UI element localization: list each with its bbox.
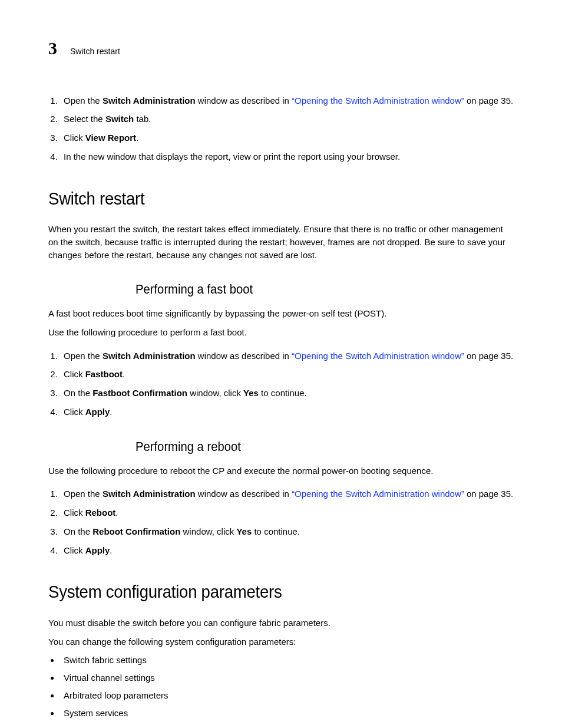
bold: Switch Administration — [103, 351, 196, 361]
step-3: Click View Report. — [60, 131, 514, 144]
running-title: Switch restart — [70, 45, 120, 57]
text: Click — [64, 508, 85, 518]
bold: Apply — [85, 407, 110, 417]
step-1: Open the Switch Administration window as… — [60, 487, 514, 500]
bold: Reboot — [85, 508, 116, 518]
paragraph: A fast boot reduces boot time significan… — [48, 307, 514, 320]
step-3: On the Reboot Confirmation window, click… — [60, 525, 514, 538]
heading-fast-boot: Performing a fast boot — [135, 280, 484, 299]
text: window as described in — [196, 351, 292, 361]
text: . — [136, 133, 138, 143]
text: on page 35. — [464, 95, 513, 106]
text: On the — [64, 526, 92, 536]
xref-link[interactable]: “Opening the Switch Administration windo… — [292, 351, 464, 361]
text: Open the — [64, 489, 103, 499]
bullet-2: Virtual channel settings — [60, 671, 514, 684]
xref-link[interactable]: “Opening the Switch Administration windo… — [292, 95, 464, 106]
text: window, click — [187, 388, 243, 398]
bold: Reboot Confirmation — [92, 526, 180, 536]
step-2: Click Reboot. — [60, 506, 514, 519]
heading-sysconfig: System configuration parameters — [48, 579, 477, 605]
bold: Switch Administration — [103, 489, 196, 499]
bullet-4: System services — [60, 707, 514, 720]
bold: Fastboot — [85, 369, 123, 379]
text: On the — [64, 388, 92, 398]
reboot-steps: Open the Switch Administration window as… — [48, 487, 514, 556]
text: Select the — [64, 114, 105, 124]
paragraph: Use the following procedure to reboot th… — [48, 465, 514, 477]
step-1: Open the Switch Administration window as… — [60, 94, 514, 107]
step-4: Click Apply. — [60, 544, 514, 557]
heading-switch-restart: Switch restart — [48, 186, 477, 212]
text: tab. — [134, 114, 151, 124]
text: Click — [64, 369, 85, 379]
text: window as described in — [196, 489, 292, 499]
text: . — [115, 508, 118, 518]
step-1: Open the Switch Administration window as… — [60, 350, 514, 363]
bold: Switch Administration — [103, 95, 196, 106]
intro-steps: Open the Switch Administration window as… — [48, 94, 514, 163]
bold: Yes — [236, 526, 252, 536]
text: Click — [64, 545, 85, 555]
text: on page 35. — [464, 489, 513, 499]
bullet-3: Arbitrated loop parameters — [60, 689, 514, 702]
text: to continue. — [252, 526, 300, 536]
bold: Switch — [105, 114, 134, 124]
bold: View Report — [85, 133, 136, 143]
text: Open the — [64, 95, 103, 106]
running-header: 3 Switch restart — [48, 35, 514, 61]
text: window as described in — [196, 95, 292, 106]
bold: Yes — [243, 388, 259, 398]
page: 3 Switch restart Open the Switch Adminis… — [0, 0, 562, 728]
heading-reboot: Performing a reboot — [135, 437, 484, 456]
step-2: Select the Switch tab. — [60, 113, 514, 126]
chapter-number: 3 — [48, 35, 57, 61]
text: Click — [64, 407, 85, 417]
xref-link[interactable]: “Opening the Switch Administration windo… — [292, 489, 464, 499]
text: Open the — [64, 351, 103, 361]
step-3: On the Fastboot Confirmation window, cli… — [60, 387, 514, 400]
step-4: Click Apply. — [60, 406, 514, 419]
paragraph: When you restart the switch, the restart… — [48, 223, 514, 261]
text: . — [110, 545, 112, 555]
text: In the new window that displays the repo… — [64, 151, 400, 162]
text: to continue. — [259, 388, 307, 398]
text: on page 35. — [464, 351, 513, 361]
bold: Fastboot Confirmation — [92, 388, 187, 398]
step-4: In the new window that displays the repo… — [60, 150, 514, 163]
fastboot-steps: Open the Switch Administration window as… — [48, 350, 514, 419]
text: window, click — [180, 526, 236, 536]
text: Click — [64, 133, 85, 143]
text: . — [110, 407, 112, 417]
paragraph: You can change the following system conf… — [48, 635, 514, 648]
paragraph: Use the following procedure to perform a… — [48, 326, 514, 339]
sysconfig-bullets: Switch fabric settings Virtual channel s… — [48, 654, 514, 719]
text: . — [123, 369, 125, 379]
bold: Apply — [85, 545, 110, 555]
paragraph: You must disable the switch before you c… — [48, 617, 514, 630]
bullet-1: Switch fabric settings — [60, 654, 514, 667]
step-2: Click Fastboot. — [60, 368, 514, 381]
